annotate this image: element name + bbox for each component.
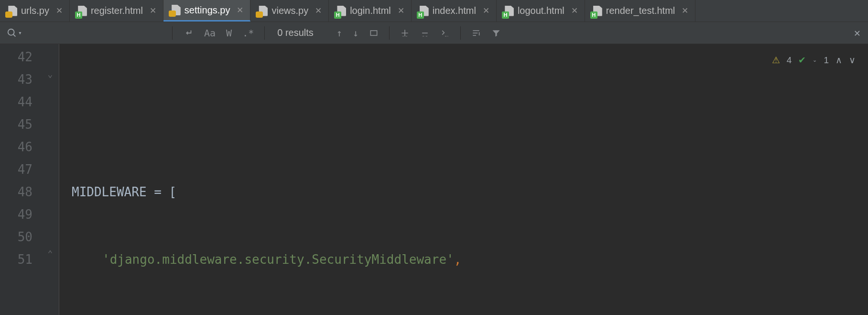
line-number: 51 (0, 248, 33, 271)
tab-label: render_test.html (606, 5, 675, 16)
python-file-icon (257, 6, 268, 16)
tab-login-html[interactable]: login.html✕ (329, 0, 412, 22)
search-history-chevron-icon[interactable]: ▾ (18, 29, 22, 36)
code-content[interactable]: ⚠4 ✔⌄1 ∧ ∨ MIDDLEWARE = [ 'django.middle… (59, 44, 868, 315)
add-selection-icon[interactable] (400, 28, 410, 38)
html-file-icon (592, 6, 602, 16)
line-number-gutter: 42 43 44 45 46 47 48 49 50 51 (0, 44, 42, 315)
code-line: MIDDLEWARE = [ (59, 181, 868, 203)
close-icon[interactable]: ✕ (571, 6, 578, 16)
svg-rect-2 (370, 31, 377, 35)
tab-label: settings.py (184, 5, 230, 16)
svg-line-1 (13, 34, 16, 36)
warning-count: 4 (787, 49, 792, 71)
tab-label: views.py (271, 5, 308, 16)
close-icon[interactable]: ✕ (56, 6, 63, 16)
close-find-icon[interactable]: ✕ (846, 27, 868, 39)
new-line-icon[interactable] (183, 28, 194, 38)
close-icon[interactable]: ✕ (150, 6, 156, 16)
tab-label: urls.py (21, 5, 49, 16)
tab-register-html[interactable]: register.html✕ (70, 0, 163, 22)
close-icon[interactable]: ✕ (483, 6, 489, 16)
chevron-down-icon: ⌄ (813, 49, 817, 71)
toggle-find-in-selection-icon[interactable] (471, 28, 481, 38)
svg-point-0 (8, 29, 14, 35)
tab-logout-html[interactable]: logout.html✕ (497, 0, 585, 22)
select-all-occurrences-icon[interactable] (440, 28, 450, 38)
tab-index-html[interactable]: index.html✕ (412, 0, 497, 22)
filter-icon[interactable] (491, 28, 501, 38)
line-number: 47 (0, 158, 33, 181)
line-number: 49 (0, 203, 33, 226)
code-line (59, 113, 868, 136)
words-button[interactable]: W (226, 27, 232, 39)
code-line: 'django.middleware.security.SecurityMidd… (59, 248, 868, 271)
results-count: 0 results (265, 27, 326, 38)
chevron-up-icon[interactable]: ∧ (835, 49, 842, 71)
remove-selection-icon[interactable] (420, 28, 430, 38)
fold-gutter: ⌄ ⌃ (42, 44, 59, 315)
find-toolbar: ▾ Aa W .* 0 results ↑ ↓ ✕ (0, 22, 868, 44)
tab-label: register.html (91, 5, 143, 16)
python-file-icon (170, 5, 181, 15)
line-number: 43 (0, 68, 33, 91)
tab-urls-py[interactable]: urls.py✕ (0, 0, 70, 22)
tab-label: logout.html (518, 5, 564, 16)
close-icon[interactable]: ✕ (237, 5, 243, 15)
search-icon (7, 28, 17, 38)
next-match-icon[interactable]: ↓ (353, 27, 358, 39)
code-editor[interactable]: 42 43 44 45 46 47 48 49 50 51 ⌄ ⌃ ⚠4 ✔⌄1… (0, 44, 868, 315)
close-icon[interactable]: ✕ (398, 6, 404, 16)
select-all-icon[interactable] (369, 28, 379, 38)
warning-icon: ⚠ (772, 49, 780, 71)
tab-label: login.html (350, 5, 391, 16)
tab-render-test-html[interactable]: render_test.html✕ (585, 0, 696, 22)
ok-count: 1 (824, 49, 829, 71)
tab-settings-py[interactable]: settings.py✕ (163, 0, 251, 22)
html-file-icon (336, 6, 346, 16)
line-number: 46 (0, 136, 33, 158)
match-case-button[interactable]: Aa (204, 27, 216, 39)
previous-match-icon[interactable]: ↑ (336, 27, 342, 39)
fold-start-icon[interactable]: ⌄ (45, 69, 55, 79)
search-input[interactable]: ▾ (0, 28, 172, 38)
html-file-icon (418, 6, 429, 16)
fold-end-icon[interactable]: ⌃ (45, 248, 55, 259)
regex-button[interactable]: .* (242, 27, 254, 39)
chevron-down-icon[interactable]: ∨ (849, 49, 856, 71)
line-number: 45 (0, 113, 33, 136)
editor-tabs: urls.py✕ register.html✕ settings.py✕ vie… (0, 0, 868, 22)
line-number: 50 (0, 226, 33, 248)
line-number: 44 (0, 91, 33, 113)
tab-label: index.html (433, 5, 476, 16)
html-file-icon (503, 6, 514, 16)
ok-check-icon: ✔ (798, 49, 806, 71)
python-file-icon (7, 6, 17, 16)
line-number: 48 (0, 181, 33, 203)
close-icon[interactable]: ✕ (315, 6, 322, 16)
inspection-widget[interactable]: ⚠4 ✔⌄1 ∧ ∨ (772, 49, 856, 71)
html-file-icon (76, 6, 87, 16)
close-icon[interactable]: ✕ (682, 6, 688, 16)
line-number: 42 (0, 46, 33, 68)
tab-views-py[interactable]: views.py✕ (250, 0, 329, 22)
